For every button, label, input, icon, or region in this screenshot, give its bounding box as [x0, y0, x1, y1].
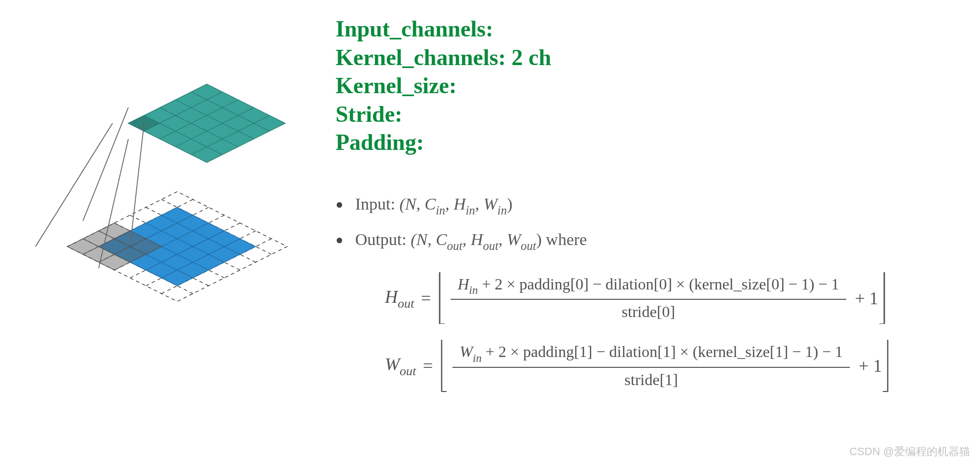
input-label: Input:: [355, 195, 395, 213]
param-input-channels: Input_channels:: [336, 15, 551, 43]
input-shape-row: ● Input: (N, Cin, Hin, Win): [336, 195, 587, 216]
param-kernel-channels: Kernel_channels: 2 ch: [336, 43, 551, 72]
bullet-icon: ●: [336, 234, 343, 247]
bullet-icon: ●: [336, 198, 343, 211]
output-label: Output:: [355, 230, 407, 249]
conv-diagram: [30, 49, 326, 345]
floor-left-icon: [440, 340, 448, 392]
param-padding: Padding:: [336, 128, 551, 157]
watermark-text: CSDN @爱编程的机器猫: [849, 444, 970, 459]
conv-params: Input_channels: Kernel_channels: 2 ch Ke…: [336, 15, 551, 157]
svg-line-37: [83, 107, 128, 221]
param-kernel-size: Kernel_size:: [336, 71, 551, 100]
output-size-formulas: Hout = Hin + 2 × padding[0] − dilation[0…: [385, 256, 952, 408]
w-out-formula: Wout = Win + 2 × padding[1] − dilation[1…: [385, 340, 952, 392]
output-shape-row: ● Output: (N, Cout, Hout, Wout) where: [336, 230, 587, 252]
floor-right-icon: [878, 272, 886, 324]
floor-right-icon: [882, 340, 890, 392]
param-stride: Stride:: [336, 100, 551, 129]
h-out-formula: Hout = Hin + 2 × padding[0] − dilation[0…: [385, 272, 952, 324]
shape-bullets: ● Input: (N, Cin, Hin, Win) ● Output: (N…: [336, 195, 587, 266]
svg-line-39: [36, 123, 113, 247]
floor-left-icon: [438, 272, 446, 324]
